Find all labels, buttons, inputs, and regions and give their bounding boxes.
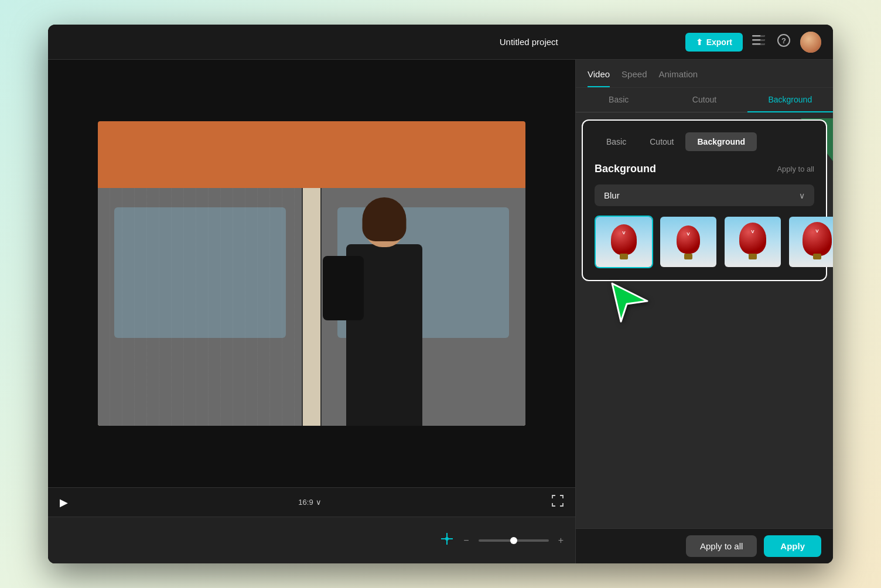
tab-speed[interactable]: Speed bbox=[622, 69, 647, 87]
video-area: ▶ 16:9 ∨ bbox=[48, 60, 575, 563]
thumbnail-3[interactable]: V bbox=[788, 216, 833, 268]
sub-tab-background[interactable]: Background bbox=[747, 88, 833, 112]
video-controls: ▶ 16:9 ∨ bbox=[48, 487, 575, 517]
avatar-image bbox=[800, 32, 821, 53]
aspect-ratio-selector[interactable]: 16:9 ∨ bbox=[298, 498, 321, 507]
tab-video[interactable]: Video bbox=[588, 69, 610, 87]
video-frame bbox=[98, 121, 525, 426]
svg-text:?: ? bbox=[781, 36, 786, 45]
train-door-left bbox=[98, 188, 303, 426]
subway-orange-bar bbox=[98, 121, 525, 188]
app-window: Untitled project ⬆ Export bbox=[48, 25, 833, 563]
panel-content: Basic Cutout Background Background Apply… bbox=[576, 112, 833, 528]
play-icon: ▶ bbox=[60, 497, 68, 508]
balloon-basket-2 bbox=[749, 254, 757, 259]
thumbnail-scene-1: V bbox=[660, 217, 716, 267]
thumbnails-row: V V bbox=[595, 216, 814, 268]
right-panel: Video Speed Animation Basic Cutout Backg… bbox=[575, 60, 833, 563]
thumbnail-scene-2: V bbox=[725, 217, 781, 267]
help-button[interactable]: ? bbox=[774, 31, 793, 53]
menu-icon bbox=[752, 35, 765, 49]
balloon-logo-1: V bbox=[687, 231, 689, 237]
menu-button[interactable] bbox=[750, 33, 767, 51]
blur-lines bbox=[98, 188, 302, 426]
avatar[interactable] bbox=[800, 32, 821, 53]
center-timeline-icon[interactable] bbox=[440, 532, 454, 549]
balloon-body-3: V bbox=[803, 222, 832, 256]
balloon-body-0: V bbox=[611, 224, 637, 255]
header-actions: ⬆ Export bbox=[685, 31, 821, 53]
apply-button[interactable]: Apply bbox=[764, 535, 821, 557]
zoom-out-button[interactable]: − bbox=[463, 535, 469, 546]
export-button[interactable]: ⬆ Export bbox=[685, 33, 743, 52]
balloon-logo-3: V bbox=[815, 228, 818, 234]
popup-tab-cutout[interactable]: Cutout bbox=[638, 132, 685, 151]
tab-animation[interactable]: Animation bbox=[658, 69, 698, 87]
aspect-ratio-chevron: ∨ bbox=[316, 498, 322, 507]
person bbox=[337, 192, 431, 426]
balloon-basket-1 bbox=[684, 254, 692, 259]
svg-marker-11 bbox=[612, 283, 647, 322]
fullscreen-button[interactable] bbox=[552, 495, 564, 510]
timeline-area: − + bbox=[48, 517, 575, 563]
thumbnail-0[interactable]: V bbox=[595, 216, 653, 268]
popup-section-title: Background bbox=[595, 163, 656, 175]
upload-icon: ⬆ bbox=[696, 37, 703, 47]
balloon-logo-2: V bbox=[751, 229, 754, 234]
export-label: Export bbox=[706, 37, 732, 47]
play-button[interactable]: ▶ bbox=[60, 496, 68, 509]
thumbnail-1[interactable]: V bbox=[659, 216, 718, 268]
zoom-slider-thumb bbox=[510, 537, 517, 544]
apply-to-all-button[interactable]: Apply to all bbox=[686, 535, 757, 557]
balloon-basket-0 bbox=[620, 254, 628, 259]
person-body bbox=[346, 244, 422, 426]
cursor-arrow bbox=[606, 278, 653, 327]
dropdown-chevron-icon: ∨ bbox=[799, 191, 805, 200]
popup-panel: Basic Cutout Background Background Apply… bbox=[582, 119, 827, 281]
zoom-slider[interactable] bbox=[479, 539, 549, 542]
help-icon: ? bbox=[777, 33, 791, 50]
svg-rect-4 bbox=[760, 39, 765, 41]
main-content: ▶ 16:9 ∨ bbox=[48, 60, 833, 563]
thumbnail-scene-0: V bbox=[596, 217, 652, 267]
popup-tab-background[interactable]: Background bbox=[685, 132, 757, 151]
popup-sub-tabs: Basic Cutout Background bbox=[595, 132, 814, 151]
sub-tab-basic[interactable]: Basic bbox=[576, 88, 661, 112]
person-hair bbox=[363, 197, 407, 241]
balloon-logo-0: V bbox=[622, 230, 625, 235]
video-container bbox=[48, 60, 575, 487]
balloon-body-2: V bbox=[739, 223, 766, 254]
panel-tabs: Video Speed Animation bbox=[576, 60, 833, 88]
popup-tab-basic[interactable]: Basic bbox=[595, 132, 638, 151]
svg-rect-5 bbox=[760, 43, 765, 45]
header: Untitled project ⬆ Export bbox=[48, 25, 833, 60]
thumbnail-scene-3: V bbox=[789, 217, 833, 267]
blur-dropdown[interactable]: Blur ∨ bbox=[595, 184, 814, 206]
balloon-basket-3 bbox=[813, 254, 821, 259]
sub-tab-cutout[interactable]: Cutout bbox=[661, 88, 747, 112]
backpack bbox=[323, 256, 364, 320]
blur-dropdown-label: Blur bbox=[604, 190, 620, 200]
project-title: Untitled project bbox=[373, 37, 685, 47]
popup-header-row: Background Apply to all bbox=[595, 163, 814, 175]
sub-tabs-row: Basic Cutout Background bbox=[576, 88, 833, 112]
balloon-body-1: V bbox=[677, 225, 700, 254]
zoom-in-button[interactable]: + bbox=[558, 535, 564, 546]
thumbnail-2[interactable]: V bbox=[723, 216, 782, 268]
bottom-bar: Apply to all Apply bbox=[576, 528, 833, 563]
apply-to-all-inline-link[interactable]: Apply to all bbox=[777, 165, 814, 173]
video-scene bbox=[98, 121, 525, 426]
aspect-ratio-value: 16:9 bbox=[298, 498, 313, 507]
svg-rect-3 bbox=[760, 35, 765, 37]
svg-point-10 bbox=[445, 537, 449, 541]
